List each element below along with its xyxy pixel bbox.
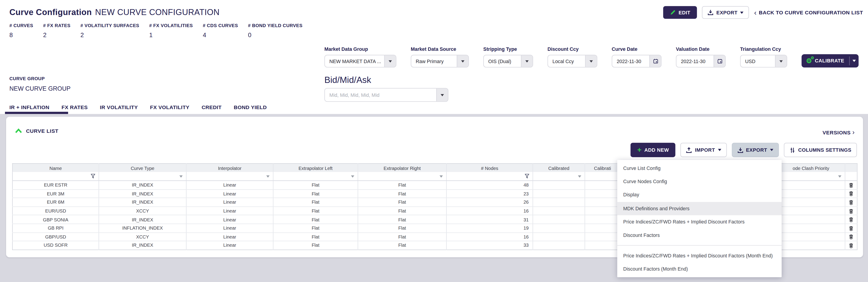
cell-name[interactable]: GBP SONIA [12, 215, 99, 224]
menu-item-curve-nodes-config[interactable]: Curve Nodes Config [617, 175, 781, 188]
column-header-curve-type[interactable]: Curve Type [99, 163, 186, 172]
funnel-icon[interactable] [525, 174, 529, 179]
select-value: USD [741, 55, 775, 67]
delete-row-button[interactable] [845, 189, 857, 198]
filter-interpolator[interactable] [186, 172, 273, 181]
valuation-date-input[interactable]: 2022-11-30 [676, 55, 726, 67]
tab-ir-inflation[interactable]: IR + INFLATION [9, 101, 49, 114]
menu-item-discount-factors[interactable]: Discount Factors [617, 228, 781, 242]
filter-calibrated[interactable] [533, 172, 585, 181]
delete-row-button[interactable] [845, 181, 857, 189]
cell-extrapolator-right: Flat [358, 215, 446, 224]
tab-fx-rates[interactable]: FX RATES [62, 101, 88, 114]
filter-extrapolator-left[interactable] [273, 172, 358, 181]
cell-name[interactable]: EUR ESTR [12, 181, 99, 189]
cell-name[interactable]: EUR 6M [12, 198, 99, 207]
column-header-extrapolator-right[interactable]: Extrapolator Right [358, 163, 446, 172]
delete-row-button[interactable] [845, 232, 857, 241]
calibrate-dropdown-toggle[interactable] [850, 54, 859, 67]
cell-interpolator: Linear [186, 224, 273, 232]
column-header-interpolator[interactable]: Interpolator [186, 163, 273, 172]
stat-value: 2 [81, 31, 139, 38]
select-toggle[interactable] [457, 55, 468, 67]
cell-nodes: 33 [446, 241, 533, 250]
tab-fx-volatility[interactable]: FX VOLATILITY [150, 101, 189, 114]
select-value: NEW MARKET DATA ... [325, 55, 384, 67]
versions-link[interactable]: VERSIONS › [823, 128, 855, 136]
calibrate-main[interactable]: ⚙⚙ CALIBRATE [802, 54, 849, 67]
cell-nodes: 48 [446, 181, 533, 189]
column-header-calibrated[interactable]: Calibrated [533, 163, 585, 172]
tab-label: CREDIT [202, 104, 222, 110]
import-button[interactable]: IMPORT [680, 143, 726, 157]
panel-title-label: CURVE LIST [26, 128, 58, 134]
import-label: IMPORT [695, 147, 715, 153]
add-new-button[interactable]: + ADD NEW [630, 143, 676, 157]
back-to-curve-configuration-list-link[interactable]: ‹ BACK TO CURVE CONFIGURATION LIST [754, 9, 863, 15]
bid-mid-ask-field: Bid/Mid/Ask [324, 75, 448, 102]
filter-name[interactable] [12, 172, 99, 181]
market-data-group-select[interactable]: NEW MARKET DATA ... [324, 55, 397, 67]
menu-item-price-indices-zc-fwd-rates[interactable]: Price Indices/ZC/FWD Rates + Implied Dis… [617, 215, 781, 228]
cell-name[interactable]: GB RPI [12, 224, 99, 232]
table-export-label: EXPORT [746, 147, 767, 153]
header-export-button[interactable]: EXPORT [702, 6, 749, 19]
calendar-toggle[interactable] [713, 55, 725, 67]
filter-curve-type[interactable] [99, 172, 186, 181]
tab-bond-yield[interactable]: BOND YIELD [234, 101, 267, 114]
columns-settings-button[interactable]: COLUMNS SETTINGS [784, 143, 857, 157]
curve-list-collapse-toggle[interactable]: CURVE LIST [15, 128, 59, 134]
delete-row-button[interactable] [845, 215, 857, 224]
column-header-name[interactable]: Name [12, 163, 99, 172]
stripping-type-select[interactable]: OIS (Dual) [483, 55, 533, 67]
market-data-source-select[interactable]: Raw Primary [411, 55, 469, 67]
upload-icon [686, 147, 692, 153]
triangulation-ccy-select[interactable]: USD [740, 55, 787, 67]
select-toggle[interactable] [521, 55, 532, 67]
column-header-extrapolator-left[interactable]: Extrapolator Left [273, 163, 358, 172]
header-export-label: EXPORT [716, 10, 738, 15]
chevron-down-icon [351, 175, 354, 178]
chevron-up-icon [15, 128, 22, 133]
select-toggle[interactable] [436, 89, 448, 101]
calibrate-button[interactable]: ⚙⚙ CALIBRATE [802, 54, 859, 67]
tab-ir-volatility[interactable]: IR VOLATILITY [100, 101, 138, 114]
curve-date-field: Curve Date 2022-11-30 [612, 46, 661, 67]
menu-item-discount-factors-month-end[interactable]: Discount Factors (Month End) [617, 262, 781, 276]
delete-row-button[interactable] [845, 241, 857, 250]
discount-ccy-select[interactable]: Local Ccy [547, 55, 597, 67]
cell-name[interactable]: EUR/USD [12, 207, 99, 215]
pencil-icon [670, 9, 676, 15]
delete-row-button[interactable] [845, 207, 857, 215]
cell-extrapolator-left: Flat [273, 207, 358, 215]
select-toggle[interactable] [384, 55, 396, 67]
field-label: Discount Ccy [547, 46, 597, 52]
edit-button[interactable]: EDIT [663, 6, 697, 19]
delete-row-button[interactable] [845, 224, 857, 232]
filter-nodes[interactable] [446, 172, 533, 181]
menu-item-mdk-definitions-and-providers[interactable]: MDK Definitions and Providers [617, 202, 781, 215]
bid-mid-ask-control[interactable] [324, 88, 448, 102]
select-toggle[interactable] [775, 55, 787, 67]
menu-item-curve-list-config[interactable]: Curve List Config [617, 161, 781, 175]
table-export-button[interactable]: EXPORT [732, 143, 779, 157]
menu-item-display[interactable]: Display [617, 188, 781, 202]
app-viewport: Curve ConfigurationNEW CURVE CONFIGURATI… [0, 0, 868, 282]
funnel-icon[interactable] [91, 174, 95, 179]
select-toggle[interactable] [585, 55, 597, 67]
delete-row-button[interactable] [845, 198, 857, 207]
tab-credit[interactable]: CREDIT [202, 101, 222, 114]
column-header-nodes[interactable]: # Nodes [446, 163, 533, 172]
calendar-toggle[interactable] [649, 55, 661, 67]
menu-item-price-indices-month-end[interactable]: Price Indices/ZC/FWD Rates + Implied Dis… [617, 249, 781, 262]
curve-date-input[interactable]: 2022-11-30 [612, 55, 661, 67]
cell-extrapolator-left: Flat [273, 215, 358, 224]
cell-name[interactable]: EUR 3M [12, 189, 99, 198]
cell-extrapolator-right: Flat [358, 181, 446, 189]
screenshot-stage: Curve ConfigurationNEW CURVE CONFIGURATI… [0, 0, 868, 282]
bid-mid-ask-input[interactable] [325, 89, 436, 101]
cell-name[interactable]: GBP/USD [12, 232, 99, 241]
field-label: Triangulation Ccy [740, 46, 787, 52]
cell-name[interactable]: USD SOFR [12, 241, 99, 250]
filter-extrapolator-right[interactable] [358, 172, 446, 181]
